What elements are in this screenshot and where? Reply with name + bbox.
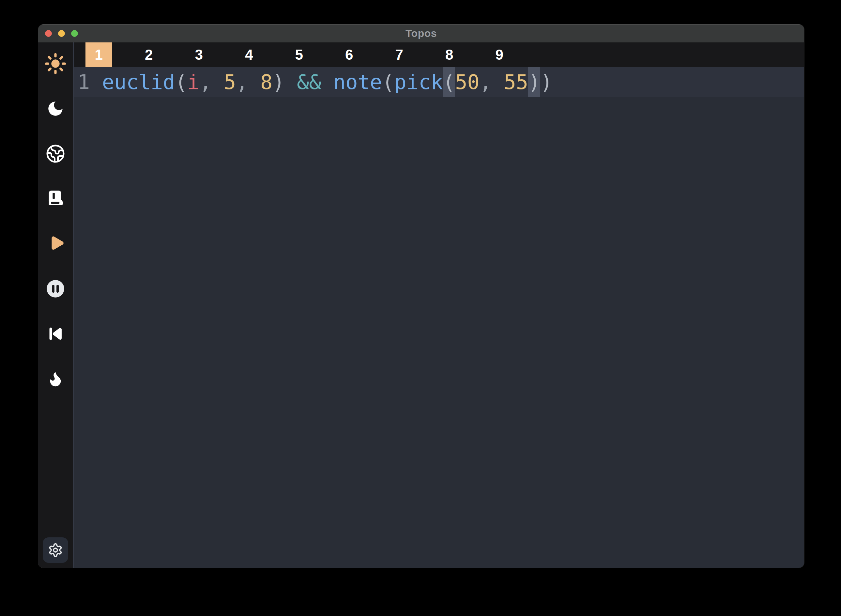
play-icon <box>46 234 65 253</box>
tab-label: 1 <box>85 43 112 67</box>
sidebar-item-flame[interactable] <box>45 368 66 389</box>
sidebar <box>38 43 73 568</box>
sidebar-item-dark-theme[interactable] <box>45 98 66 119</box>
tab-label: 7 <box>386 43 413 67</box>
token-punct: , <box>199 70 224 94</box>
skip-back-icon <box>47 325 64 343</box>
tab-4[interactable]: 4 <box>224 43 274 67</box>
token-punct: , <box>236 70 260 94</box>
tab-8[interactable]: 8 <box>425 43 475 67</box>
token-paren-match: ) <box>528 67 540 97</box>
settings-button[interactable] <box>43 537 68 563</box>
sidebar-item-docs[interactable] <box>45 188 66 209</box>
token-function: euclid <box>102 70 175 94</box>
sidebar-items <box>38 43 73 389</box>
moon-icon <box>46 99 65 118</box>
tab-bar: 123456789 <box>74 43 804 67</box>
token-plain <box>321 70 333 94</box>
token-function: pick <box>394 70 443 94</box>
token-number: 8 <box>260 70 273 94</box>
tab-1[interactable]: 1 <box>74 43 124 67</box>
sidebar-item-pause[interactable] <box>45 278 66 299</box>
tab-5[interactable]: 5 <box>274 43 324 67</box>
token-number: 50 <box>455 70 479 94</box>
line-number: 1 <box>78 70 102 94</box>
token-operator: && <box>297 70 321 94</box>
token-punct: , <box>479 70 504 94</box>
book-icon <box>46 189 65 208</box>
token-number: 5 <box>224 70 236 94</box>
token-plain <box>285 70 297 94</box>
sidebar-item-light-theme[interactable] <box>45 53 66 74</box>
token-function: note <box>333 70 382 94</box>
tab-2[interactable]: 2 <box>124 43 174 67</box>
flame-icon <box>46 370 64 388</box>
sidebar-item-globe[interactable] <box>45 143 66 164</box>
tab-9[interactable]: 9 <box>474 43 525 67</box>
app-window: Topos 123456789 1 euclid(i, 5, 8) && not… <box>38 25 804 568</box>
token-paren: ) <box>273 70 284 94</box>
token-variable: i <box>187 70 199 94</box>
tab-3[interactable]: 3 <box>174 43 224 67</box>
tab-label: 2 <box>135 43 162 67</box>
token-paren: ) <box>540 70 552 94</box>
code-editor[interactable]: 1 euclid(i, 5, 8) && note(pick(50, 55)) <box>74 67 804 568</box>
token-number: 55 <box>504 70 528 94</box>
window-title: Topos <box>38 28 804 40</box>
tab-7[interactable]: 7 <box>374 43 425 67</box>
tab-label: 8 <box>436 43 463 67</box>
tab-label: 9 <box>486 43 513 67</box>
content-area: 123456789 1 euclid(i, 5, 8) && note(pick… <box>74 43 804 568</box>
sidebar-item-skip-back[interactable] <box>45 323 66 344</box>
token-paren-match: ( <box>443 67 455 97</box>
token-paren: ( <box>175 70 187 94</box>
pause-icon <box>45 279 66 299</box>
tab-6[interactable]: 6 <box>324 43 375 67</box>
titlebar[interactable]: Topos <box>38 25 804 43</box>
code-line[interactable]: 1 euclid(i, 5, 8) && note(pick(50, 55)) <box>74 67 804 97</box>
tab-label: 6 <box>336 43 362 67</box>
gear-icon <box>48 543 63 557</box>
sun-icon <box>45 53 66 75</box>
globe-icon <box>46 144 65 163</box>
sidebar-item-play[interactable] <box>45 233 66 254</box>
main-area: 123456789 1 euclid(i, 5, 8) && note(pick… <box>38 43 804 568</box>
tab-label: 5 <box>286 43 312 67</box>
code-text: euclid(i, 5, 8) && note(pick(50, 55)) <box>102 70 552 94</box>
tab-label: 4 <box>236 43 262 67</box>
token-paren: ( <box>382 70 394 94</box>
tab-label: 3 <box>186 43 212 67</box>
